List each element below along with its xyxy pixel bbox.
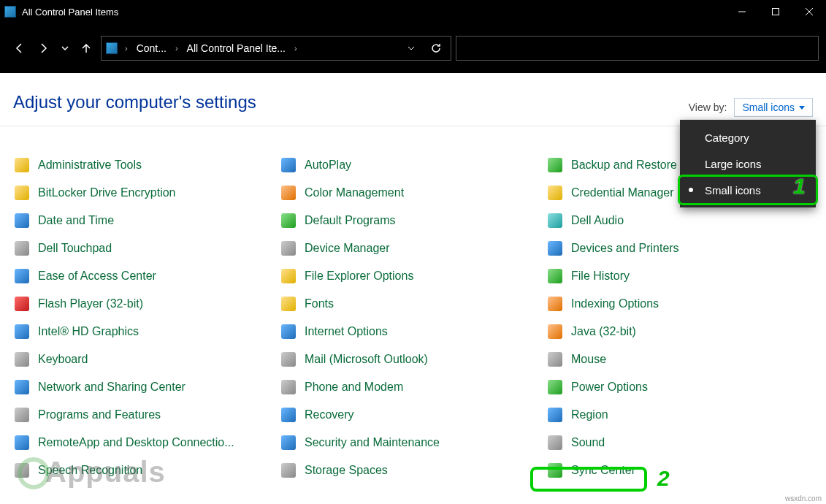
item-label: Sound	[571, 436, 605, 449]
chevron-right-icon[interactable]: ›	[291, 44, 300, 53]
item-label: Security and Maintenance	[305, 436, 440, 449]
control-panel-item[interactable]: Sync Center	[546, 457, 809, 484]
control-panel-item[interactable]: File Explorer Options	[280, 262, 543, 290]
control-panel-item[interactable]: Default Programs	[280, 207, 543, 234]
watermark: Appuals	[18, 456, 166, 489]
view-option-large-icons[interactable]: Large icons	[680, 150, 816, 177]
address-bar[interactable]: › Cont... › All Control Panel Ite... ›	[101, 36, 451, 61]
breadcrumb-segment[interactable]: All Control Panel Ite...	[186, 42, 287, 54]
control-panel-item[interactable]: Java (32-bit)	[546, 318, 809, 345]
control-panel-item[interactable]: Dell Audio	[546, 207, 809, 234]
control-panel-item[interactable]: Date and Time	[13, 207, 276, 234]
forward-button[interactable]	[34, 38, 54, 58]
control-panel-item[interactable]: Sound	[546, 429, 809, 457]
control-panel-item[interactable]: Administrative Tools	[13, 151, 276, 179]
chevron-right-icon[interactable]: ›	[122, 44, 131, 53]
control-panel-item[interactable]: Devices and Printers	[546, 234, 809, 262]
address-dropdown-button[interactable]	[401, 37, 421, 60]
item-label: Devices and Printers	[571, 242, 679, 255]
control-panel-item[interactable]: Device Manager	[280, 234, 543, 262]
item-label: Network and Sharing Center	[38, 381, 186, 394]
item-label: Fonts	[305, 297, 334, 310]
item-icon	[15, 297, 29, 311]
control-panel-item[interactable]: BitLocker Drive Encryption	[13, 179, 276, 207]
item-label: Programs and Features	[38, 408, 161, 421]
view-option-category[interactable]: Category	[680, 124, 816, 150]
control-panel-item[interactable]: Network and Sharing Center	[13, 373, 276, 401]
item-label: Phone and Modem	[305, 381, 403, 394]
view-by-label: View by:	[689, 102, 727, 113]
item-label: Mail (Microsoft Outlook)	[305, 353, 428, 366]
item-icon	[15, 435, 29, 450]
breadcrumb-segment[interactable]: Cont...	[135, 42, 168, 54]
item-icon	[281, 435, 296, 450]
item-icon	[281, 241, 296, 256]
chevron-right-icon[interactable]: ›	[172, 44, 181, 53]
item-icon	[281, 213, 296, 228]
control-panel-item[interactable]: AutoPlay	[280, 151, 543, 179]
control-panel-item[interactable]: RemoteApp and Desktop Connectio...	[13, 429, 276, 457]
item-label: Administrative Tools	[38, 159, 142, 172]
item-label: Internet Options	[305, 325, 388, 338]
control-panel-item[interactable]: Indexing Options	[546, 290, 809, 318]
item-label: Flash Player (32-bit)	[38, 297, 143, 310]
refresh-button[interactable]	[426, 37, 446, 60]
item-icon	[15, 269, 29, 283]
item-label: Sync Center	[571, 464, 635, 477]
item-icon	[548, 213, 562, 228]
option-label: Small icons	[705, 184, 761, 196]
caret-down-icon	[799, 106, 805, 110]
recent-locations-button[interactable]	[58, 38, 72, 58]
view-by-value: Small icons	[742, 102, 795, 113]
search-input[interactable]	[456, 36, 819, 61]
control-panel-item[interactable]: Programs and Features	[13, 401, 276, 429]
view-by-control: View by: Small icons	[689, 98, 813, 117]
minimize-button[interactable]	[725, 0, 759, 23]
titlebar: All Control Panel Items	[0, 0, 826, 23]
control-panel-item[interactable]: Mail (Microsoft Outlook)	[280, 345, 543, 373]
up-button[interactable]	[76, 38, 96, 58]
item-icon	[548, 158, 562, 172]
item-label: AutoPlay	[305, 159, 351, 172]
control-panel-item[interactable]: Recovery	[280, 401, 543, 429]
control-panel-item[interactable]: Fonts	[280, 290, 543, 318]
control-panel-item[interactable]: Storage Spaces	[280, 457, 543, 484]
control-panel-item[interactable]: Keyboard	[13, 345, 276, 373]
control-panel-item[interactable]: Ease of Access Center	[13, 262, 276, 290]
item-icon	[281, 297, 296, 311]
control-panel-item[interactable]: Dell Touchpad	[13, 234, 276, 262]
item-icon	[15, 241, 29, 256]
control-panel-item[interactable]: Region	[546, 401, 809, 429]
svg-rect-1	[773, 9, 779, 15]
window-title: All Control Panel Items	[22, 7, 725, 18]
item-icon	[548, 241, 562, 256]
control-panel-item[interactable]: Intel® HD Graphics	[13, 318, 276, 345]
item-label: Region	[571, 408, 608, 421]
item-label: Date and Time	[38, 214, 114, 227]
item-icon	[15, 380, 29, 394]
control-panel-item[interactable]: Security and Maintenance	[280, 429, 543, 457]
item-label: Recovery	[305, 408, 354, 421]
control-panel-item[interactable]: Color Management	[280, 179, 543, 207]
control-panel-item[interactable]: Internet Options	[280, 318, 543, 345]
item-icon	[15, 408, 29, 422]
item-icon	[281, 380, 296, 394]
item-icon	[548, 269, 562, 283]
item-icon	[281, 463, 296, 478]
control-panel-item[interactable]: Mouse	[546, 345, 809, 373]
control-panel-item[interactable]: File History	[546, 262, 809, 290]
item-icon	[281, 158, 296, 172]
control-panel-item[interactable]: Power Options	[546, 373, 809, 401]
control-panel-icon	[4, 6, 16, 18]
item-label: Storage Spaces	[305, 464, 388, 477]
item-label: Keyboard	[38, 353, 88, 366]
control-panel-item[interactable]: Flash Player (32-bit)	[13, 290, 276, 318]
maximize-button[interactable]	[759, 0, 792, 23]
control-panel-item[interactable]: Phone and Modem	[280, 373, 543, 401]
back-button[interactable]	[9, 38, 29, 58]
view-by-dropdown[interactable]: Small icons	[734, 98, 813, 117]
item-label: RemoteApp and Desktop Connectio...	[38, 436, 234, 449]
item-label: BitLocker Drive Encryption	[38, 186, 176, 199]
item-icon	[548, 380, 562, 394]
close-button[interactable]	[792, 0, 826, 23]
